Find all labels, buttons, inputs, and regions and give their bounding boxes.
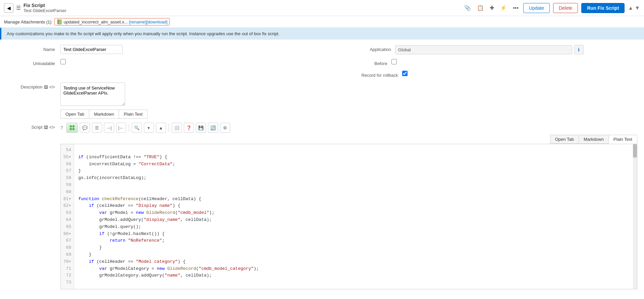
code-line-71: var grModelCategory = new GlideRecord("c… [78, 266, 259, 271]
code-line-64: grModel.addQuery("display_name", cellDat… [78, 217, 212, 222]
search-tool-btn[interactable]: 🔍 [132, 123, 142, 133]
filter-icon-btn[interactable]: ⚡ [499, 3, 508, 12]
more-icon-btn[interactable]: ••• [512, 4, 520, 12]
unloadable-checkbox[interactable] [60, 59, 66, 64]
next-arrow[interactable]: ▼ [635, 5, 640, 11]
code-editor[interactable]: 54 55▾ 56 57 58 59 60 61▾ 62▾ 63 64 65 6… [60, 144, 637, 289]
attachment-actions[interactable]: [rename][download] [129, 19, 167, 24]
ln-63: 63 [63, 210, 71, 217]
versions-icon-btn[interactable]: 📋 [476, 3, 485, 12]
file-icon: 📗 [57, 19, 62, 24]
header: ◀ ☰ Fix Script Test GlideExcelParser 📎 📋… [0, 0, 644, 16]
form-area: Name Application ℹ Unloadable Before Rec… [0, 40, 644, 295]
outdent-tool-btn[interactable]: |← [116, 123, 126, 133]
code-line-55: if (insufficientData !== "TRUE") { [78, 155, 167, 160]
unloadable-before-row: Unloadable Before [7, 59, 637, 66]
ln-57: 57 [63, 168, 71, 175]
script-icon2: </> [49, 125, 55, 130]
application-input [395, 45, 572, 54]
prev-arrow[interactable]: ▲ [628, 5, 633, 11]
description-row: Description 🖼 </> Testing use of Service… [7, 82, 637, 107]
ln-59: 59 [63, 182, 71, 189]
application-label: Application [370, 45, 395, 52]
code-content[interactable]: if (insufficientData !== "TRUE") { incor… [74, 144, 637, 289]
ln-55: 55▾ [63, 154, 71, 161]
help-tool-btn[interactable]: ❓ [184, 123, 194, 133]
attachment-filename: updated_incorrect_alm_asset.x... [64, 19, 128, 24]
code-editor-inner: 54 55▾ 56 57 58 59 60 61▾ 62▾ 63 64 65 6… [61, 144, 637, 289]
info-banner: Any customizations you make to the fix s… [0, 28, 644, 40]
delete-button[interactable]: Delete [553, 3, 578, 13]
desc-tab-plaintext[interactable]: Plain Text [119, 110, 148, 119]
script-tab-open[interactable]: Open Tab [550, 135, 579, 144]
ln-56: 56 [63, 161, 71, 168]
desc-tab-markdown[interactable]: Markdown [89, 110, 119, 119]
header-title: Fix Script Test GlideExcelParser [23, 3, 66, 13]
code-line-58: gs.info(incorrectDataLog); [78, 175, 146, 180]
dropdown-tool-btn[interactable]: ▾ [144, 123, 154, 133]
attachment-item: 📗 updated_incorrect_alm_asset.x... [rena… [54, 18, 170, 25]
save-tool-btn[interactable]: 💾 [196, 123, 206, 133]
desc-tab-open[interactable]: Open Tab [60, 110, 89, 119]
line-numbers: 54 55▾ 56 57 58 59 60 61▾ 62▾ 63 64 65 6… [61, 144, 74, 289]
code-line-61: function checkReference(cellHeader, cell… [78, 196, 201, 201]
scrollbar-track[interactable] [633, 144, 637, 289]
run-fix-script-button[interactable]: Run Fix Script [581, 3, 625, 13]
ln-67: 67 [63, 237, 71, 244]
before-checkbox[interactable] [391, 59, 397, 64]
description-icon1: 🖼 [44, 85, 48, 89]
code-line-63: var grModel = new GlideRecord("cmdb_mode… [78, 210, 214, 215]
fullscreen-tool-btn[interactable]: ⬜ [172, 123, 182, 133]
script-tab-plaintext[interactable]: Plain Text [608, 135, 637, 144]
code-line-72: grModelCategory.addQuery("name", cellDat… [78, 273, 212, 278]
page-title-main: Fix Script [23, 3, 66, 8]
script-icon1: 🖼 [44, 125, 48, 130]
update-button[interactable]: Update [523, 3, 550, 13]
code-line-69: } [78, 252, 91, 257]
indent-tool-btn[interactable]: →| [104, 123, 114, 133]
ln-58: 58 [63, 175, 71, 182]
unloadable-label: Unloadable [7, 59, 60, 66]
separator2 [169, 124, 169, 132]
list-tool-btn[interactable]: ☰ [92, 123, 102, 133]
rollback-label: Record for rollback [361, 71, 402, 78]
menu-icon[interactable]: ☰ [16, 5, 21, 11]
code-line-67: return "NoReference"; [78, 238, 164, 243]
help-icon[interactable]: ? [60, 125, 63, 130]
separator1 [129, 124, 129, 132]
script-label: Script 🖼 </> [7, 123, 60, 130]
script-tab-markdown[interactable]: Markdown [579, 135, 608, 144]
scrollbar-thumb[interactable] [633, 144, 637, 158]
svg-rect-2 [70, 128, 72, 130]
application-info-button[interactable]: ℹ [574, 45, 584, 54]
code-line-70: if (cellHeader == "Model category") { [78, 259, 185, 264]
plus-icon-btn[interactable]: ✚ [488, 3, 495, 12]
header-actions: 📎 📋 ✚ ⚡ ••• Update Delete Run Fix Script… [463, 3, 640, 13]
special-tool-btn[interactable] [66, 123, 78, 133]
attachments-bar: Manage Attachments (1) 📗 updated_incorre… [0, 16, 644, 28]
ln-69: 69 [63, 251, 71, 258]
ln-72: 72 [63, 272, 71, 279]
description-icon2: </> [49, 85, 55, 89]
description-textarea[interactable]: Testing use of ServiceNow GlideExcelPars… [60, 82, 125, 106]
ln-71: 71 [63, 265, 71, 273]
settings-tool-btn[interactable]: ⚙ [220, 123, 230, 133]
ln-62: 62▾ [63, 202, 71, 210]
description-tabs: Open Tab Markdown Plain Text [60, 110, 637, 119]
name-label: Name [7, 45, 60, 52]
ln-66: 66▾ [63, 231, 71, 238]
ln-65: 65 [63, 224, 71, 231]
collapse-tool-btn[interactable]: ▲ [156, 123, 166, 133]
back-button[interactable]: ◀ [4, 3, 13, 13]
rollback-row: Record for rollback [7, 71, 637, 78]
comment-tool-btn[interactable]: 💬 [80, 123, 90, 133]
ln-68: 68 [63, 244, 71, 251]
attachment-icon-btn[interactable]: 📎 [463, 3, 472, 12]
refresh-tool-btn[interactable]: 🔄 [208, 123, 218, 133]
svg-rect-3 [72, 128, 74, 130]
code-line-56: incorrectDataLog = "CorrectData"; [78, 162, 175, 167]
svg-rect-1 [72, 125, 74, 127]
name-input[interactable] [60, 45, 123, 54]
ln-60: 60 [63, 189, 71, 196]
rollback-checkbox[interactable] [402, 71, 408, 76]
